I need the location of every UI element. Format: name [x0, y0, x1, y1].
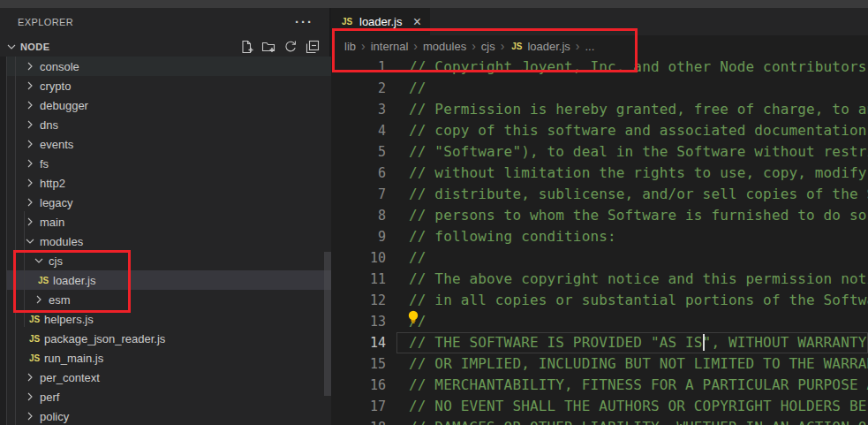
code-line-11[interactable]: 11// The above copyright notice and this… [331, 269, 868, 290]
tree-item-label: fs [40, 157, 49, 171]
breadcrumb-item--[interactable]: ... [585, 40, 594, 53]
tree-item-helpers-js[interactable]: JShelpers.js [0, 309, 331, 329]
tree-item-modules[interactable]: modules [0, 231, 331, 251]
file-tree: console crypto debugger dns events fs ht… [0, 57, 331, 425]
node-section-header[interactable]: NODE [0, 37, 331, 57]
tree-item-package-json-reader-js[interactable]: JSpackage_json_reader.js [0, 329, 331, 348]
tree-item-label: debugger [40, 99, 88, 112]
code-line-17[interactable]: 17// NO EVENT SHALL THE AUTHORS OR COPYR… [331, 396, 868, 417]
tree-item-label: modules [40, 235, 83, 248]
tree-item-label: perf [40, 391, 59, 404]
js-file-icon: JS [27, 334, 42, 344]
sidebar-scrollbar-thumb[interactable] [324, 252, 331, 396]
line-number: 3 [331, 99, 386, 120]
code-line-3[interactable]: 3// Permission is hereby granted, free o… [331, 99, 868, 120]
line-text: // following conditions: [409, 228, 616, 245]
indent-guide [15, 57, 16, 425]
tree-item-label: main [40, 216, 64, 229]
breadcrumb-item-internal[interactable]: internal [371, 40, 409, 53]
code-line-15[interactable]: 15// OR IMPLIED, INCLUDING BUT NOT LIMIT… [331, 353, 868, 375]
lightbulb-icon[interactable] [405, 308, 423, 326]
tree-item-label: legacy [40, 196, 73, 209]
line-text: // DAMAGES OR OTHER LIABILITY, WHETHER I… [409, 419, 868, 425]
close-icon[interactable]: × [413, 15, 421, 29]
tree-item-per-context[interactable]: per_context [0, 368, 331, 387]
breadcrumb-separator-icon: › [501, 39, 505, 53]
tree-item-http2[interactable]: http2 [0, 173, 331, 193]
breadcrumb-item-lib[interactable]: lib [344, 40, 356, 53]
tree-item-cjs[interactable]: cjs [0, 251, 331, 270]
tree-item-esm[interactable]: esm [0, 290, 331, 309]
tree-item-label: policy [40, 410, 69, 423]
code-line-18[interactable]: 18// DAMAGES OR OTHER LIABILITY, WHETHER… [331, 417, 868, 425]
code-line-6[interactable]: 6// without limitation the rights to use… [331, 163, 868, 184]
tree-item-debugger[interactable]: debugger [0, 95, 331, 115]
line-text: // THE SOFTWARE IS PROVIDED "AS IS", WIT… [409, 334, 868, 351]
code-line-5[interactable]: 5// "Software"), to deal in the Software… [331, 141, 868, 163]
tree-item-label: events [40, 138, 73, 151]
tree-item-dns[interactable]: dns [0, 115, 331, 134]
line-number: 12 [331, 290, 386, 311]
tree-item-label: per_context [40, 371, 100, 384]
breadcrumb-item-cjs[interactable]: cjs [481, 40, 495, 53]
line-text: // distribute, sublicense, and/or sell c… [409, 186, 868, 202]
tree-item-fs[interactable]: fs [0, 154, 331, 173]
breadcrumb-item-loader-js[interactable]: JSloader.js [509, 40, 570, 53]
line-number: 17 [331, 396, 386, 417]
explorer-actions [239, 40, 331, 54]
code-line-1[interactable]: 1// Copyright Joyent, Inc. and other Nod… [331, 57, 868, 78]
line-number: 14 [331, 332, 386, 353]
breadcrumb-separator-icon: › [576, 39, 580, 53]
breadcrumb-item-modules[interactable]: modules [423, 40, 466, 53]
code-line-4[interactable]: 4// copy of this software and associated… [331, 120, 868, 141]
line-text: // copy of this software and associated … [409, 122, 868, 139]
tree-item-main[interactable]: main [0, 212, 331, 231]
new-folder-icon[interactable] [261, 40, 275, 54]
code-line-14[interactable]: 14// THE SOFTWARE IS PROVIDED "AS IS", W… [331, 332, 868, 353]
code-line-9[interactable]: 9// following conditions: [331, 226, 868, 247]
line-text: // without limitation the rights to use,… [409, 164, 868, 181]
code-editor[interactable]: 1// Copyright Joyent, Inc. and other Nod… [331, 57, 868, 425]
chevron-right-icon [32, 292, 46, 307]
line-number: 10 [331, 247, 386, 269]
tab-loader-js[interactable]: JS loader.js × [331, 8, 430, 35]
tree-item-console[interactable]: console [0, 57, 331, 76]
editor-tab-bar: JS loader.js × [331, 8, 868, 35]
tree-item-label: http2 [40, 177, 65, 190]
line-text: // "Software"), to deal in the Software … [409, 143, 868, 160]
chevron-right-icon [23, 195, 37, 209]
line-number: 1 [331, 57, 386, 78]
tree-item-loader-js[interactable]: JSloader.js [0, 270, 331, 290]
chevron-right-icon [23, 59, 37, 73]
line-text: // The above copyright notice and this p… [409, 270, 868, 287]
tree-item-policy[interactable]: policy [0, 406, 331, 425]
code-line-7[interactable]: 7// distribute, sublicense, and/or sell … [331, 184, 868, 205]
line-text: // in all copies or substantial portions… [409, 292, 868, 308]
tree-item-label: run_main.js [44, 352, 103, 365]
tree-item-run-main-js[interactable]: JSrun_main.js [0, 348, 331, 368]
line-text: // [409, 249, 426, 266]
new-file-icon[interactable] [239, 40, 253, 54]
chevron-down-icon [32, 254, 46, 268]
chevron-right-icon [23, 156, 37, 171]
chevron-right-icon [23, 390, 37, 404]
more-actions-icon[interactable]: ··· [295, 14, 313, 29]
line-number: 18 [331, 417, 386, 425]
collapse-folders-icon[interactable] [306, 40, 320, 54]
breadcrumb-separator-icon: › [413, 39, 418, 53]
tree-item-events[interactable]: events [0, 134, 331, 154]
line-number: 7 [331, 184, 386, 205]
js-file-icon: JS [27, 353, 42, 363]
line-number: 2 [331, 78, 386, 99]
code-line-2[interactable]: 2// [331, 78, 868, 99]
tree-item-perf[interactable]: perf [0, 387, 331, 406]
refresh-icon[interactable] [283, 40, 298, 54]
chevron-down-icon [4, 40, 19, 54]
breadcrumb-separator-icon: › [472, 39, 476, 53]
code-line-8[interactable]: 8// persons to whom the Software is furn… [331, 205, 868, 226]
explorer-title: EXPLORER [18, 17, 73, 27]
code-line-16[interactable]: 16// MERCHANTABILITY, FITNESS FOR A PART… [331, 375, 868, 396]
tree-item-crypto[interactable]: crypto [0, 76, 331, 95]
code-line-10[interactable]: 10// [331, 247, 868, 269]
tree-item-legacy[interactable]: legacy [0, 193, 331, 212]
